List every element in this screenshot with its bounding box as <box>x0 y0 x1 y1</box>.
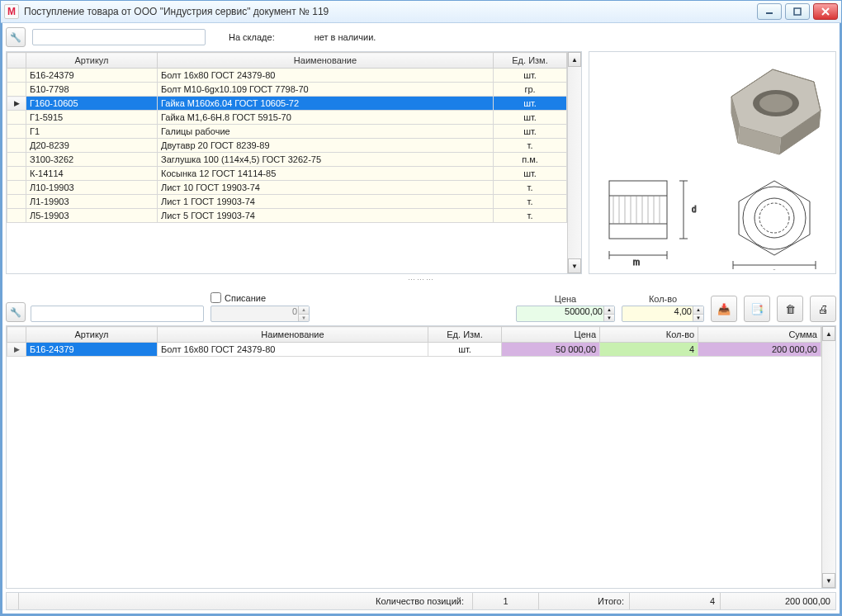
table-row[interactable]: Д20-8239Двутавр 20 ГОСТ 8239-89т. <box>7 139 567 153</box>
minimize-button[interactable] <box>757 3 782 20</box>
svg-text:d: d <box>692 205 697 214</box>
document-panel: Артикул Наименование Ед. Изм. Цена Кол-в… <box>6 325 836 589</box>
window-title: Поступление товара от ООО "Индустрия сер… <box>24 6 752 17</box>
writeoff-checkbox-input[interactable] <box>210 292 221 303</box>
app-icon: М <box>4 4 19 19</box>
qty-label: Кол-во <box>622 294 704 304</box>
scroll-down-button[interactable]: ▼ <box>568 258 581 273</box>
price-input[interactable]: 50000,00 ▲▼ <box>516 306 615 322</box>
catalog-table[interactable]: Артикул Наименование Ед. Изм. Б16-24379Б… <box>7 52 567 223</box>
tool-icon: 🔧 <box>10 307 21 318</box>
filter-icon: 🔧 <box>10 32 21 43</box>
col-header-name[interactable]: Наименование <box>158 53 494 69</box>
row-marker-header[interactable] <box>7 53 26 69</box>
spin-up[interactable]: ▲ <box>693 306 703 315</box>
add-icon: 📥 <box>717 303 731 315</box>
table-row[interactable]: Б16-24379Болт 16х80 ГОСТ 24379-80шт. <box>7 69 567 83</box>
positions-value: 1 <box>472 593 538 609</box>
spin-down[interactable]: ▼ <box>693 315 703 322</box>
document-scrollbar[interactable]: ▲ ▼ <box>821 326 835 588</box>
doc-col-price[interactable]: Цена <box>502 327 600 343</box>
svg-rect-1 <box>794 8 801 15</box>
part-drawing: m d s <box>593 55 832 270</box>
scroll-down-button[interactable]: ▼ <box>822 573 835 588</box>
spin-down[interactable]: ▼ <box>604 315 614 322</box>
col-header-uom[interactable]: Ед. Изм. <box>494 53 567 69</box>
svg-point-24 <box>754 198 794 238</box>
search-input[interactable] <box>32 29 206 45</box>
svg-text:s: s <box>773 268 777 270</box>
filter-button[interactable]: 🔧 <box>6 27 26 47</box>
writeoff-label: Списание <box>225 293 266 303</box>
total-qty: 4 <box>629 593 720 609</box>
copy-icon: 📑 <box>750 303 764 315</box>
svg-point-10 <box>759 94 792 112</box>
table-row[interactable]: Г1Галицы рабочиешт. <box>7 125 567 139</box>
svg-point-23 <box>743 187 806 249</box>
doc-col-sum[interactable]: Сумма <box>698 327 821 343</box>
table-row[interactable]: Л5-19903Лист 5 ГОСТ 19903-74т. <box>7 209 567 223</box>
total-label: Итого: <box>538 593 629 609</box>
preview-pane: m d s <box>589 51 836 274</box>
price-label: Цена <box>516 294 615 304</box>
table-row[interactable]: Б10-7798Болт М10-6gх10.109 ГОСТ 7798-70г… <box>7 83 567 97</box>
entry-bar: 🔧 Списание 0 ▲▼ Цена 50000,00 <box>6 286 836 322</box>
add-line-button[interactable]: 📥 <box>711 296 737 322</box>
table-row[interactable]: З100-3262Заглушка 100 (114х4,5) ГОСТ 326… <box>7 153 567 167</box>
spin-up[interactable]: ▲ <box>299 306 309 315</box>
print-icon: 🖨 <box>818 303 829 315</box>
doc-col-uom[interactable]: Ед. Изм. <box>428 327 502 343</box>
svg-marker-22 <box>739 181 810 255</box>
svg-rect-11 <box>609 181 667 239</box>
stock-value: нет в наличии. <box>315 32 376 42</box>
table-row[interactable]: Л1-19903Лист 1 ГОСТ 19903-74т. <box>7 195 567 209</box>
doc-row-marker-header[interactable] <box>7 327 26 343</box>
table-row[interactable]: Л10-19903Лист 10 ГОСТ 19903-74т. <box>7 181 567 195</box>
entry-search-input[interactable] <box>31 306 204 322</box>
table-row[interactable]: Г1-5915Гайка М1,6-6Н.8 ГОСТ 5915-70шт. <box>7 111 567 125</box>
qty-small-input[interactable]: 0 ▲▼ <box>210 306 310 322</box>
table-row[interactable]: ▶Г160-10605Гайка М160х6.04 ГОСТ 10605-72… <box>7 97 567 111</box>
app-window: М Поступление товара от ООО "Индустрия с… <box>0 0 842 616</box>
catalog-panel: Артикул Наименование Ед. Изм. Б16-24379Б… <box>6 51 582 274</box>
spin-up[interactable]: ▲ <box>604 306 614 315</box>
maximize-button[interactable] <box>785 3 810 20</box>
totals-footer: Количество позиций: 1 Итого: 4 200 000,0… <box>6 592 836 610</box>
splitter-handle[interactable]: ⋯⋯⋯ <box>6 277 836 282</box>
table-row[interactable]: ▶Б16-24379Болт 16х80 ГОСТ 24379-80шт.50 … <box>7 343 821 357</box>
doc-col-article[interactable]: Артикул <box>26 327 158 343</box>
entry-tool-button[interactable]: 🔧 <box>6 302 26 322</box>
doc-col-name[interactable]: Наименование <box>158 327 428 343</box>
copy-line-button[interactable]: 📑 <box>744 296 770 322</box>
top-filter-bar: 🔧 На складе: нет в наличии. <box>6 26 836 48</box>
positions-label: Количество позиций: <box>18 593 472 609</box>
col-header-article[interactable]: Артикул <box>26 53 158 69</box>
stock-label: На складе: <box>229 32 275 42</box>
writeoff-checkbox[interactable]: Списание <box>210 292 310 303</box>
document-table[interactable]: Артикул Наименование Ед. Изм. Цена Кол-в… <box>7 326 821 357</box>
svg-point-25 <box>759 203 789 233</box>
delete-icon: 🗑 <box>785 303 796 315</box>
total-sum: 200 000,00 <box>720 593 835 609</box>
table-row[interactable]: К-14114Косынка 12 ГОСТ 14114-85шт. <box>7 167 567 181</box>
scroll-up-button[interactable]: ▲ <box>568 52 581 67</box>
delete-line-button[interactable]: 🗑 <box>777 296 803 322</box>
print-button[interactable]: 🖨 <box>810 296 836 322</box>
titlebar[interactable]: М Поступление товара от ООО "Индустрия с… <box>1 1 841 23</box>
spin-down[interactable]: ▼ <box>299 315 309 322</box>
close-button[interactable] <box>813 3 838 20</box>
svg-text:m: m <box>633 258 640 267</box>
qty-input[interactable]: 4,00 ▲▼ <box>622 306 704 322</box>
scroll-up-button[interactable]: ▲ <box>822 326 835 341</box>
doc-col-qty[interactable]: Кол-во <box>600 327 698 343</box>
catalog-scrollbar[interactable]: ▲ ▼ <box>567 52 581 273</box>
